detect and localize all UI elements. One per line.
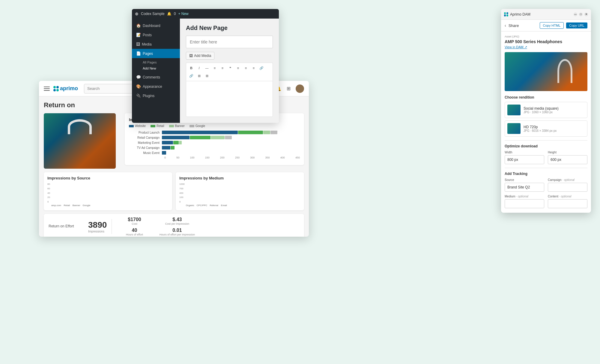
bar-label: Email [221, 204, 227, 207]
sidebar-item-media[interactable]: 🖼 Media [132, 40, 180, 49]
avatar[interactable] [296, 84, 304, 93]
bar-google [270, 131, 277, 134]
stats-section: Return on Effort 3890 Impressions $1700 … [44, 214, 304, 237]
dam-dot-tl [504, 12, 506, 14]
content-input[interactable] [548, 199, 587, 208]
add-media-button[interactable]: 🖼 Add Media [186, 52, 214, 60]
campaign-label: Campaign · optional [548, 178, 587, 182]
hamburger-menu[interactable] [44, 87, 50, 91]
stat-cpi: $.43 Cost per impression [160, 217, 195, 225]
divider [505, 140, 587, 141]
rendition-hd720p[interactable]: HD 720p JPG · 6016 × 3384 px px [505, 120, 587, 137]
bold-button[interactable]: B [188, 65, 195, 71]
fullscreen-button[interactable]: ⊞ [204, 73, 210, 79]
source-field: Source [505, 178, 544, 192]
hbar-label: Product Launch [129, 131, 162, 134]
campaign-input[interactable] [548, 183, 587, 192]
align-left-button[interactable]: ≡ [235, 65, 241, 71]
align-right-button[interactable]: ≡ [250, 65, 257, 71]
impressions-medium-chart: Impressions by Medium 1000 700 400 100 0 [176, 172, 304, 210]
wp-icon: ⊕ [135, 11, 139, 16]
italic-button[interactable]: I [196, 65, 202, 71]
tracking-row-2: Medium · optional Content · optional [505, 195, 587, 208]
legend-color-website [129, 125, 134, 127]
sidebar-label: Dashboard [143, 24, 160, 28]
hbar-label: TV Ad Campaign [129, 146, 162, 149]
hours-label: Hours of effort [117, 233, 152, 236]
legend-label-website: Website [135, 124, 146, 128]
wp-sub-nav: All Pages Add New [132, 58, 180, 73]
bar-label: Organic [186, 204, 194, 207]
impressions-count: 3890 [88, 220, 107, 230]
quote-button[interactable]: ❝ [227, 65, 234, 71]
medium-input[interactable] [505, 199, 544, 208]
minimize-button[interactable]: — [574, 13, 577, 16]
sidebar-item-posts[interactable]: 📝 Posts [132, 30, 180, 40]
copy-html-button[interactable]: Copy HTML [540, 22, 564, 29]
sidebar-item-plugins[interactable]: 🔌 Plugins [132, 91, 180, 100]
aprimo-dam-panel: Aprimo DAM — □ ✕ ‹ Share Copy HTML Copy … [501, 9, 591, 213]
bar-label: Banner [73, 204, 80, 207]
view-in-dam-link[interactable]: View in DAM ↗ [505, 45, 587, 49]
sidebar-item-dashboard[interactable]: 🏠 Dashboard [132, 21, 180, 30]
sidebar-label: Plugins [143, 94, 154, 98]
page-title-input[interactable] [186, 36, 273, 48]
ol-button[interactable]: ≡ [219, 65, 226, 71]
vbar-organic: Organic [186, 203, 194, 207]
wordpress-window: ⊕ Codex Sample 🔔 0 + New 🏠 Dashboard 📝 P… [132, 9, 279, 123]
legend-website: Website [129, 124, 146, 128]
close-button[interactable]: ✕ [584, 13, 588, 16]
vbar-cppc: CPC/PPC [197, 203, 207, 207]
legend-color-google [190, 125, 194, 127]
sidebar-label: Media [142, 42, 152, 46]
hbar-bars [162, 131, 300, 134]
source-input[interactable] [505, 183, 544, 192]
pages-icon: 📄 [136, 51, 141, 56]
unlink-button[interactable]: 🔗 [188, 73, 195, 79]
maximize-button[interactable]: □ [579, 13, 583, 16]
wp-site-name: Codex Sample [141, 12, 165, 16]
rendition-thumb [507, 123, 521, 134]
strikethrough-button[interactable]: — [204, 65, 210, 71]
table-button[interactable]: ⊞ [196, 73, 202, 79]
height-input[interactable] [548, 155, 587, 164]
width-field: Width [505, 151, 544, 164]
stat-divider [112, 219, 112, 234]
hbar-product-launch: Product Launch [129, 131, 300, 134]
apps-icon[interactable]: ⊞ [285, 86, 291, 92]
sidebar-item-all-pages[interactable]: All Pages [140, 59, 180, 65]
wp-editor-area[interactable] [186, 81, 273, 117]
hbar-bars [162, 136, 300, 139]
rendition-name: HD 720p [524, 125, 585, 129]
align-center-button[interactable]: ≡ [243, 65, 249, 71]
link-button[interactable]: 🔗 [258, 65, 265, 71]
rendition-social-media[interactable]: Social media (square) JPG · 1060 × 1060 … [505, 102, 587, 118]
dam-dot-bl [504, 14, 506, 16]
width-input[interactable] [505, 155, 544, 164]
sidebar-item-add-new[interactable]: Add New [140, 65, 180, 71]
wp-add-new[interactable]: + New [178, 12, 188, 16]
rendition-specs: JPG · 1060 × 1060 px [524, 111, 585, 114]
sidebar-item-appearance[interactable]: 🎨 Appearance [132, 82, 180, 91]
share-label: Share [509, 23, 537, 28]
bar-label: Retail [64, 204, 70, 207]
legend-label-google: Google [196, 124, 205, 128]
sidebar-label: Comments [143, 75, 160, 79]
rendition-info: Social media (square) JPG · 1060 × 1060 … [524, 106, 585, 114]
bar-website [162, 151, 166, 155]
cost-value: $1700 [117, 217, 152, 222]
appearance-icon: 🎨 [136, 84, 141, 89]
vbar-referral: Referral [210, 203, 218, 207]
hbar-label: Music Event [129, 151, 162, 155]
hpi-value: 0.01 [160, 228, 195, 233]
wp-titlebar: ⊕ Codex Sample 🔔 0 + New [132, 9, 279, 19]
dam-titlebar: Aprimo DAM — □ ✕ [501, 9, 591, 20]
sidebar-item-pages[interactable]: 📄 Pages [132, 49, 180, 58]
sidebar-item-comments[interactable]: 💬 Comments [132, 73, 180, 82]
add-media-label: Add Media [194, 54, 211, 58]
bar-website [162, 131, 238, 134]
ul-button[interactable]: ≡ [211, 65, 218, 71]
copy-url-button[interactable]: Copy URL [566, 22, 587, 28]
back-button[interactable]: ‹ [505, 23, 506, 28]
wp-editor-toolbar: B I — ≡ ≡ ❝ ≡ ≡ ≡ 🔗 🔗 ⊞ ⊞ [186, 63, 273, 81]
